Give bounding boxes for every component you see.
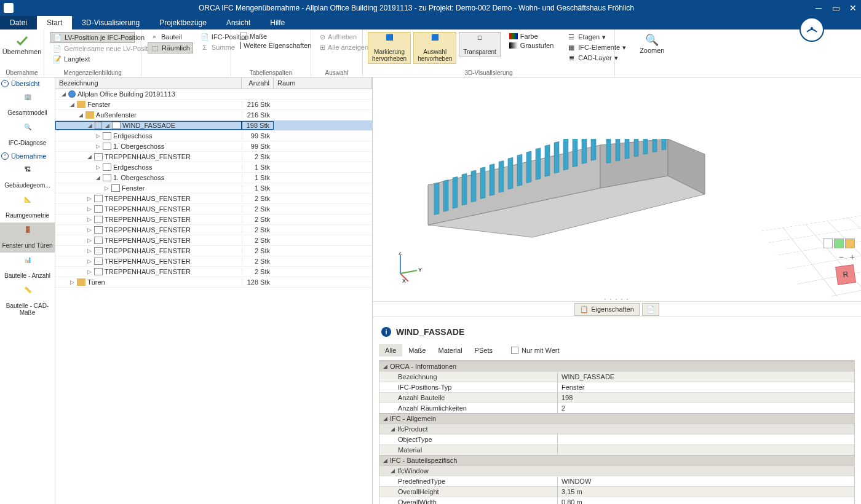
- view-mode-3[interactable]: [845, 238, 855, 248]
- tree-row[interactable]: ▷TREPPENHAUS_FENSTER2 Stk: [55, 225, 372, 235]
- masse-checkbox[interactable]: Maße: [237, 32, 304, 41]
- tree-twisty[interactable]: ▷: [86, 258, 92, 264]
- nav-fenster-tueren[interactable]: 🚪Fenster und Türen: [0, 222, 55, 253]
- nav-gebaeudegeometrie[interactable]: 🏗Gebäudegeom...: [0, 162, 55, 192]
- prop-row[interactable]: Material: [379, 444, 854, 455]
- aufheben-button[interactable]: ⊘Aufheben: [317, 32, 356, 42]
- tree-twisty[interactable]: ◢: [60, 91, 66, 97]
- tree-row[interactable]: ▷TREPPENHAUS_FENSTER2 Stk: [55, 256, 372, 267]
- tree-twisty[interactable]: ◢: [69, 101, 75, 108]
- langtext-button[interactable]: 📝Langtext: [50, 54, 135, 64]
- zoomen-button[interactable]: 🔍 Zoomen: [635, 31, 669, 57]
- col-raum[interactable]: Raum: [274, 77, 372, 89]
- bauteil-button[interactable]: ▫Bauteil: [148, 32, 193, 42]
- prop-tab-material[interactable]: Material: [432, 344, 468, 356]
- nav-bauteile-cad[interactable]: 📏Bauteile - CAD-Maße: [0, 283, 55, 320]
- tree-row[interactable]: ▷TREPPENHAUS_FENSTER2 Stk: [55, 194, 372, 204]
- tree-body[interactable]: ◢Allplan Office Building 20191113◢Fenste…: [55, 89, 372, 504]
- tree-row[interactable]: ▷TREPPENHAUS_FENSTER2 Stk: [55, 246, 372, 256]
- prop-row[interactable]: BezeichnungWIND_FASSADE: [379, 371, 854, 382]
- tree-twisty[interactable]: ▷: [86, 227, 92, 233]
- prop-row[interactable]: Anzahl Bauteile198: [379, 392, 854, 403]
- alle-anzeigen-button[interactable]: ⊞Alle anzeigen: [317, 42, 356, 52]
- tree-row[interactable]: ▷1. Obergeschoss99 Stk: [55, 141, 372, 152]
- maximize-button[interactable]: ▭: [831, 4, 840, 12]
- tree-twisty[interactable]: ◢: [77, 112, 84, 118]
- checkbox-icon[interactable]: [95, 122, 102, 129]
- tree-twisty[interactable]: ▷: [103, 185, 109, 191]
- nav-gesamtmodell[interactable]: 🏢Gesamtmodell: [0, 90, 55, 120]
- tree-twisty[interactable]: ▷: [86, 269, 92, 275]
- weitere-eig-checkbox[interactable]: Weitere Eigenschaften: [237, 41, 304, 50]
- tree-row[interactable]: ▷TREPPENHAUS_FENSTER2 Stk: [55, 267, 372, 277]
- tree-twisty[interactable]: ◢: [95, 175, 101, 181]
- prop-group-header[interactable]: ◢ORCA - Informationen: [379, 361, 854, 371]
- nav-bauteile-anzahl[interactable]: 📊Bauteile - Anzahl: [0, 253, 55, 283]
- prop-row[interactable]: PredefinedTypeWINDOW: [379, 476, 854, 486]
- prop-tab-alle[interactable]: Alle: [379, 344, 402, 356]
- tree-twisty[interactable]: ▷: [86, 237, 92, 243]
- properties-alt-button[interactable]: 📄: [642, 303, 659, 316]
- tree-row[interactable]: ◢Außenfenster216 Stk: [55, 110, 372, 120]
- farbe-button[interactable]: Farbe: [507, 32, 556, 41]
- tab-projektbezuege[interactable]: Projektbezüge: [149, 16, 216, 30]
- tree-twisty[interactable]: ▷: [86, 206, 92, 212]
- prop-tab-masse[interactable]: Maße: [402, 344, 432, 356]
- tree-row[interactable]: ◢TREPPENHAUS_FENSTER2 Stk: [55, 152, 372, 162]
- zoom-out-button[interactable]: −: [839, 252, 844, 262]
- tree-row[interactable]: ◢Fenster216 Stk: [55, 100, 372, 110]
- col-anzahl[interactable]: Anzahl: [242, 77, 274, 89]
- view-mode-1[interactable]: [823, 238, 833, 248]
- gemeinsame-lv-button[interactable]: 📄Gemeinsame neue LV-Position: [50, 44, 135, 53]
- tree-row[interactable]: ▷Türen128 Stk: [55, 277, 372, 288]
- tab-3d-visualisierung[interactable]: 3D-Visualisierung: [72, 16, 149, 30]
- tree-row[interactable]: ◢◢WIND_FASSADE198 Stk: [55, 120, 372, 131]
- tab-start[interactable]: Start: [37, 16, 72, 30]
- prop-row[interactable]: ObjectType: [379, 434, 854, 444]
- tree-row[interactable]: ▷Fenster1 Stk: [55, 183, 372, 194]
- prop-row[interactable]: OverallWidth0,80 m: [379, 497, 854, 504]
- prop-tab-psets[interactable]: PSets: [469, 344, 499, 356]
- tree-twisty[interactable]: ▷: [95, 164, 101, 170]
- prop-group-header[interactable]: ◢IFC - Bauteilspezifisch: [379, 455, 854, 465]
- prop-subgroup-header[interactable]: ◢IfcWindow: [379, 465, 854, 476]
- col-bezeichnung[interactable]: Bezeichnung: [55, 77, 242, 89]
- lv-position-je-ifc-button[interactable]: 📄LV-Position je IFC-Position: [50, 32, 135, 43]
- tree-twisty[interactable]: ▷: [86, 195, 92, 202]
- tree-row[interactable]: ▷Erdgeschoss1 Stk: [55, 162, 372, 173]
- splitter[interactable]: • • • • •: [373, 296, 861, 301]
- section-uebersicht[interactable]: ⌃Übersicht: [0, 77, 55, 90]
- section-uebernahme[interactable]: ⌃Übernahme: [0, 150, 55, 162]
- markierung-hervorheben-button[interactable]: 🟦Markierung hervorheben: [368, 32, 411, 64]
- prop-row[interactable]: IFC-Positions-TypFenster: [379, 382, 854, 392]
- tree-twisty[interactable]: ▷: [86, 248, 92, 254]
- tab-ansicht[interactable]: Ansicht: [216, 16, 260, 30]
- etagen-dropdown[interactable]: ☰Etagen▾: [565, 32, 629, 42]
- graustufen-button[interactable]: Graustufen: [507, 41, 556, 50]
- tree-row[interactable]: ▷TREPPENHAUS_FENSTER2 Stk: [55, 215, 372, 225]
- tree-twisty[interactable]: ◢: [86, 154, 92, 160]
- cad-layer-dropdown[interactable]: ≣CAD-Layer▾: [565, 53, 629, 63]
- eigenschaften-button[interactable]: 📋Eigenschaften: [574, 303, 640, 316]
- zoom-in-button[interactable]: +: [850, 252, 855, 262]
- transparent-button[interactable]: ◻Transparent: [459, 32, 501, 57]
- tree-twisty[interactable]: ▷: [95, 133, 101, 139]
- tree-row[interactable]: ◢1. Obergeschoss1 Stk: [55, 173, 372, 183]
- tree-row[interactable]: ▷TREPPENHAUS_FENSTER2 Stk: [55, 204, 372, 215]
- tab-datei[interactable]: Datei: [0, 16, 37, 30]
- tree-twisty[interactable]: ▷: [86, 216, 92, 222]
- auswahl-hervorheben-button[interactable]: 🟦Auswahl hervorheben: [413, 32, 456, 64]
- tree-row[interactable]: ▷Erdgeschoss99 Stk: [55, 131, 372, 141]
- 3d-viewport[interactable]: Z Y X − + R: [373, 77, 861, 296]
- nav-raumgeometrie[interactable]: 📐Raumgeometrie: [0, 192, 55, 222]
- prop-group-header[interactable]: ◢IFC - Allgemein: [379, 413, 854, 423]
- raeumlich-button[interactable]: ⬚Räumlich: [148, 42, 193, 53]
- tree-twisty[interactable]: ◢: [87, 122, 93, 128]
- tab-hilfe[interactable]: Hilfe: [260, 16, 295, 30]
- view-mode-2[interactable]: [834, 238, 844, 248]
- view-cube[interactable]: R: [835, 264, 856, 285]
- tree-row[interactable]: ▷TREPPENHAUS_FENSTER2 Stk: [55, 235, 372, 246]
- prop-row[interactable]: OverallHeight3,15 m: [379, 486, 854, 497]
- nav-ifc-diagnose[interactable]: 🔍IFC-Diagnose: [0, 120, 55, 150]
- prop-row[interactable]: Anzahl Räumlichkeiten2: [379, 403, 854, 413]
